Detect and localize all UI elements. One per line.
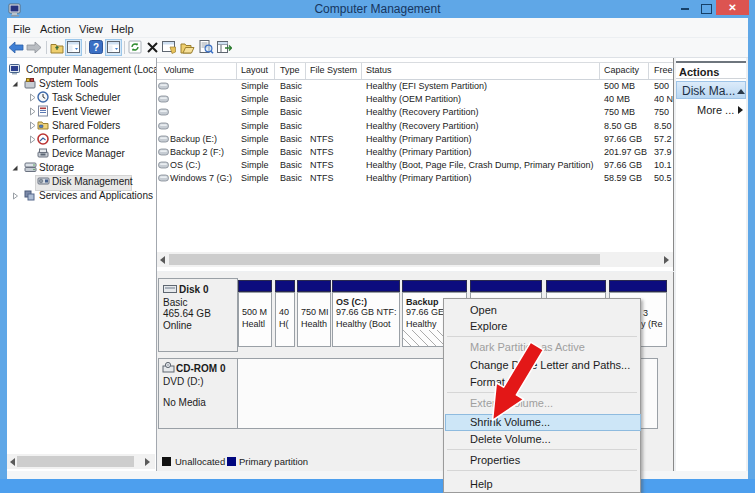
svg-text:?: ? [93, 42, 99, 53]
